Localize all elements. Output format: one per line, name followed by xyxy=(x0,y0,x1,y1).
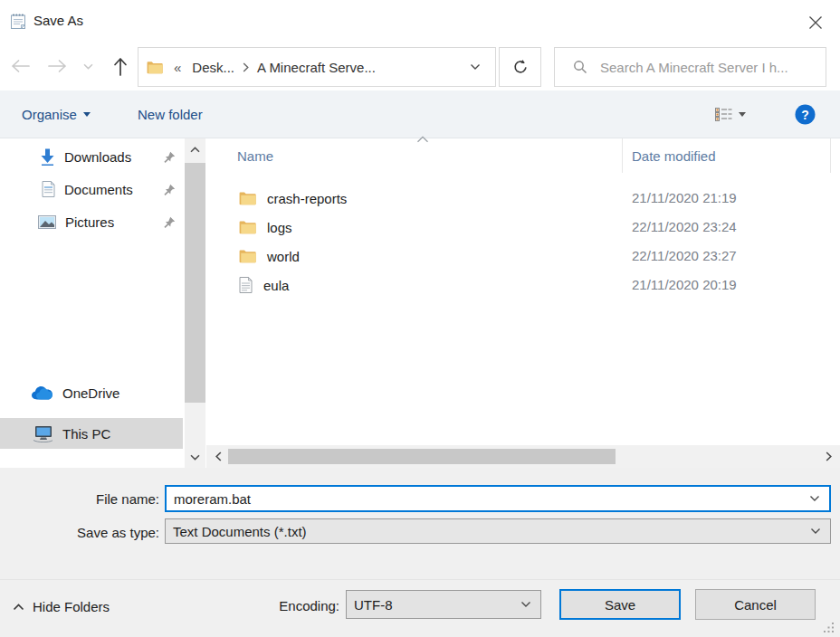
scrollbar-thumb[interactable] xyxy=(185,163,205,403)
address-dropdown-icon[interactable] xyxy=(470,63,481,71)
notepad-icon xyxy=(9,12,28,31)
save-button[interactable]: Save xyxy=(559,589,681,620)
footer-divider xyxy=(0,579,840,580)
up-arrow-icon xyxy=(113,56,128,76)
help-icon: ? xyxy=(795,104,816,125)
file-row-logs[interactable]: logs xyxy=(206,213,623,242)
documents-icon xyxy=(42,181,55,197)
file-date: 21/11/2020 20:19 xyxy=(632,271,795,299)
scroll-left-icon[interactable] xyxy=(210,445,226,468)
forward-button[interactable] xyxy=(43,52,71,80)
organise-label: Organise xyxy=(22,107,77,122)
hide-folders-button[interactable]: Hide Folders xyxy=(13,599,110,614)
svg-text:?: ? xyxy=(801,107,809,121)
window-title: Save As xyxy=(33,13,83,28)
column-divider[interactable] xyxy=(830,138,831,173)
sidebar-item-label: Pictures xyxy=(65,214,114,230)
sidebar-item-onedrive[interactable]: OneDrive xyxy=(0,378,183,407)
save-as-type-value: Text Documents (*.txt) xyxy=(173,524,307,539)
new-folder-button[interactable]: New folder xyxy=(138,90,203,138)
scroll-down-icon[interactable] xyxy=(185,448,205,466)
back-arrow-icon xyxy=(10,59,31,73)
onedrive-icon xyxy=(31,385,53,400)
file-name: eula xyxy=(263,278,289,293)
folder-icon xyxy=(239,191,256,205)
details-view-icon xyxy=(715,108,732,121)
breadcrumb-segment-current[interactable]: A Minecraft Serve... xyxy=(257,60,376,75)
hide-folders-label: Hide Folders xyxy=(33,599,110,614)
resize-grip-icon[interactable] xyxy=(823,622,835,633)
sidebar-item-label: This PC xyxy=(62,426,110,442)
scroll-right-icon[interactable] xyxy=(820,445,836,468)
column-divider[interactable] xyxy=(622,138,623,173)
sidebar-item-documents[interactable]: Documents xyxy=(0,175,183,204)
view-mode-button[interactable] xyxy=(715,90,746,138)
file-date: 22/11/2020 23:27 xyxy=(632,242,795,271)
chevron-down-icon[interactable] xyxy=(809,495,820,502)
chevron-down-icon xyxy=(520,601,531,608)
text-file-icon xyxy=(239,277,253,293)
encoding-value: UTF-8 xyxy=(354,597,393,613)
close-icon xyxy=(808,15,823,30)
forward-arrow-icon xyxy=(47,59,68,73)
search-box[interactable] xyxy=(554,47,826,87)
search-input[interactable] xyxy=(598,59,826,76)
recent-locations-button[interactable] xyxy=(80,52,96,80)
sidebar-item-downloads[interactable]: Downloads xyxy=(0,142,183,171)
file-row-crash-reports[interactable]: crash-reports xyxy=(206,184,623,213)
refresh-icon xyxy=(512,59,529,75)
search-icon xyxy=(573,60,587,74)
caret-down-icon xyxy=(83,112,91,117)
main-area: Downloads Documents Pict xyxy=(0,138,840,468)
file-list-hscrollbar[interactable] xyxy=(206,445,840,468)
cancel-button[interactable]: Cancel xyxy=(695,589,816,620)
chevron-down-icon xyxy=(810,528,821,535)
file-row-world[interactable]: world xyxy=(206,242,623,271)
new-folder-label: New folder xyxy=(138,107,203,122)
title-bar: Save As xyxy=(0,0,840,43)
file-name-label: File name: xyxy=(0,491,159,507)
save-as-type-label: Save as type: xyxy=(0,525,159,540)
scrollbar-thumb[interactable] xyxy=(228,449,616,464)
encoding-label: Encoding: xyxy=(253,598,339,613)
sort-ascending-icon xyxy=(416,136,429,143)
file-name: crash-reports xyxy=(267,191,347,206)
scroll-up-icon[interactable] xyxy=(185,140,205,158)
folder-icon xyxy=(239,220,256,234)
save-label: Save xyxy=(605,597,635,613)
pin-icon xyxy=(164,151,176,163)
bottom-panel: File name: Save as type: Text Documents … xyxy=(0,468,840,637)
file-name: logs xyxy=(267,220,292,235)
navigation-bar: « Desk... A Minecraft Serve... xyxy=(0,45,840,89)
sidebar-item-this-pc[interactable]: This PC xyxy=(0,418,183,449)
sidebar-item-label: Documents xyxy=(64,182,133,197)
breadcrumb-segment-desktop[interactable]: Desk... xyxy=(192,60,234,75)
file-name-input[interactable] xyxy=(165,485,831,512)
up-button[interactable] xyxy=(107,52,134,80)
sidebar-item-label: OneDrive xyxy=(62,385,119,401)
sidebar-scrollbar[interactable] xyxy=(185,138,205,468)
address-bar[interactable]: « Desk... A Minecraft Serve... xyxy=(138,47,496,87)
pin-icon xyxy=(164,216,176,228)
column-header-name[interactable]: Name xyxy=(237,148,273,164)
sidebar-item-label: Downloads xyxy=(64,149,131,165)
save-as-type-dropdown[interactable]: Text Documents (*.txt) xyxy=(165,518,831,544)
close-button[interactable] xyxy=(804,11,827,34)
folder-icon xyxy=(147,61,163,74)
downloads-icon xyxy=(40,148,55,166)
encoding-dropdown[interactable]: UTF-8 xyxy=(346,590,541,619)
this-pc-icon xyxy=(33,425,53,442)
column-header-date-modified[interactable]: Date modified xyxy=(632,148,716,164)
file-row-eula[interactable]: eula xyxy=(206,271,623,299)
refresh-button[interactable] xyxy=(499,47,541,87)
pin-icon xyxy=(164,184,176,195)
file-date: 21/11/2020 21:19 xyxy=(632,184,795,213)
breadcrumb-overflow[interactable]: « xyxy=(174,60,181,75)
pictures-icon xyxy=(38,215,56,229)
sidebar-item-pictures[interactable]: Pictures xyxy=(0,207,183,236)
file-date: 22/11/2020 23:24 xyxy=(632,213,795,242)
back-button[interactable] xyxy=(6,52,33,80)
help-button[interactable]: ? xyxy=(795,90,816,138)
chevron-up-icon xyxy=(13,604,24,611)
organise-button[interactable]: Organise xyxy=(22,90,91,138)
